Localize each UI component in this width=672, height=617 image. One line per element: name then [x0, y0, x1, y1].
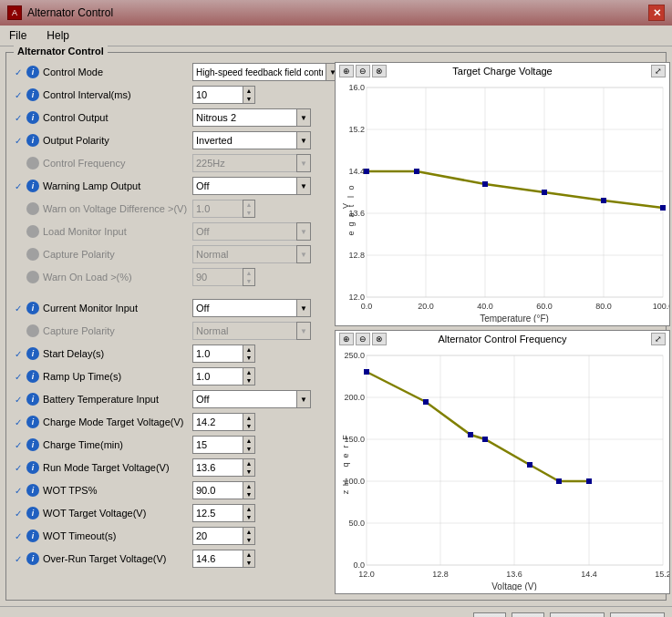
input-charge-time[interactable] — [192, 436, 243, 454]
spinner-down-run-mode-voltage[interactable]: ▼ — [243, 468, 254, 476]
burn-button[interactable]: Burn — [550, 612, 605, 617]
spinner-up-charge-time[interactable]: ▲ — [243, 437, 254, 445]
spinner-wot-timeout[interactable]: ▲ ▼ — [243, 527, 255, 545]
info-icon-output-polarity[interactable]: i — [26, 134, 39, 147]
input-wot-target-voltage[interactable] — [192, 504, 243, 522]
info-icon-wot-timeout[interactable]: i — [26, 530, 39, 542]
chart2-expand[interactable]: ⤢ — [651, 333, 666, 345]
spinner-charge-mode-voltage[interactable]: ▲ ▼ — [243, 413, 255, 431]
input-control-output[interactable] — [192, 108, 296, 127]
spinner-down-wot-tps[interactable]: ▼ — [243, 490, 254, 499]
check-icon-capture-polarity-2 — [12, 324, 25, 337]
spinner-up-run-mode-voltage[interactable]: ▲ — [243, 459, 254, 468]
dropdown-btn-current-monitor-input[interactable]: ▼ — [296, 299, 311, 317]
spinner-run-mode-voltage[interactable]: ▲ ▼ — [243, 458, 255, 477]
spinner-up-wot-target-voltage[interactable]: ▲ — [243, 505, 254, 513]
spinner-down-charge-time[interactable]: ▼ — [243, 445, 254, 453]
dropdown-btn-output-polarity[interactable]: ▼ — [296, 131, 311, 149]
spinner-down-charge-mode-voltage[interactable]: ▼ — [243, 422, 254, 430]
spinner-wot-tps[interactable]: ▲ ▼ — [243, 481, 255, 499]
info-icon-control-interval[interactable]: i — [26, 88, 39, 101]
spinner-down-ramp-up-time[interactable]: ▼ — [243, 376, 254, 385]
info-icon-start-delay[interactable]: i — [26, 347, 39, 360]
dropdown-btn-battery-temp-input[interactable]: ▼ — [296, 390, 311, 408]
chart1-btn1[interactable]: ⊕ — [339, 65, 354, 77]
chart2-btn2[interactable]: ⊖ — [356, 333, 370, 345]
spinner-down-wot-target-voltage[interactable]: ▼ — [243, 513, 254, 521]
chart2-btn1[interactable]: ⊕ — [339, 333, 354, 345]
chart1-expand[interactable]: ⤢ — [651, 65, 666, 77]
info-icon-control-mode[interactable]: i — [26, 66, 39, 78]
info-icon-run-mode-voltage[interactable]: i — [26, 461, 39, 474]
redo-button[interactable]: ↪ — [512, 612, 544, 617]
input-wot-timeout[interactable] — [192, 527, 243, 545]
info-icon-charge-time[interactable]: i — [26, 438, 39, 451]
spinner-up-wot-tps[interactable]: ▲ — [243, 482, 254, 490]
spinner-up-control-interval[interactable]: ▲ — [243, 87, 254, 95]
input-overrun-voltage[interactable] — [192, 550, 243, 568]
input-current-monitor-input[interactable] — [192, 299, 296, 317]
spinner-control-interval[interactable]: ▲ ▼ — [243, 86, 255, 104]
input-start-delay[interactable] — [192, 344, 243, 363]
input-charge-mode-voltage[interactable] — [192, 413, 243, 431]
check-icon-wot-target-voltage: ✓ — [12, 507, 25, 519]
close-button-bottom[interactable]: Close — [610, 612, 665, 617]
spinner-down-start-delay[interactable]: ▼ — [243, 354, 254, 362]
dropdown-btn-warning-lamp[interactable]: ▼ — [296, 177, 311, 195]
svg-rect-70 — [556, 478, 562, 484]
menu-help[interactable]: Help — [41, 27, 75, 44]
spinner-up-ramp-up-time[interactable]: ▲ — [243, 368, 254, 376]
label-output-polarity: Output Polarity — [43, 135, 189, 146]
svg-text:100.0: 100.0 — [653, 302, 669, 311]
input-control-mode[interactable] — [192, 63, 326, 81]
spinner-up-charge-mode-voltage[interactable]: ▲ — [243, 414, 254, 422]
input-run-mode-voltage[interactable] — [192, 458, 243, 477]
info-icon-warning-lamp[interactable]: i — [26, 180, 39, 192]
label-warn-on-load: Warn On Load >(%) — [43, 272, 189, 283]
row-capture-polarity-2: Capture Polarity ▼ — [12, 321, 331, 341]
info-icon-overrun-voltage[interactable]: i — [26, 552, 39, 565]
info-icon-control-output[interactable]: i — [26, 111, 39, 124]
menu-file[interactable]: File — [4, 27, 32, 44]
chart2-btn3[interactable]: ⊗ — [372, 333, 387, 345]
info-icon-battery-temp-input[interactable]: i — [26, 393, 39, 406]
spinner-up-start-delay[interactable]: ▲ — [243, 345, 254, 354]
undo-button[interactable]: ↩ — [473, 612, 506, 617]
info-icon-wot-tps[interactable]: i — [26, 484, 39, 497]
info-icon-ramp-up-time[interactable]: i — [26, 370, 39, 383]
info-icon-current-monitor-input[interactable]: i — [26, 302, 39, 314]
spinner-ramp-up-time[interactable]: ▲ ▼ — [243, 367, 255, 386]
spinner-down-warn-on-load: ▼ — [243, 277, 254, 285]
input-capture-polarity-2 — [192, 322, 296, 340]
chart1-btn3[interactable]: ⊗ — [372, 65, 387, 77]
svg-rect-67 — [468, 432, 473, 437]
input-ramp-up-time[interactable] — [192, 367, 243, 386]
info-icon-charge-mode-voltage[interactable]: i — [26, 416, 39, 428]
label-current-monitor-input: Current Monitor Input — [43, 303, 189, 314]
spinner-up-overrun-voltage[interactable]: ▲ — [243, 550, 254, 559]
input-wot-tps[interactable] — [192, 481, 243, 499]
spinner-down-control-interval[interactable]: ▼ — [243, 95, 254, 103]
info-icon-wot-target-voltage[interactable]: i — [26, 507, 39, 519]
title-bar: A Alternator Control ✕ — [0, 0, 672, 26]
input-control-interval[interactable] — [192, 86, 243, 104]
spinner-charge-time[interactable]: ▲ ▼ — [243, 436, 255, 454]
spinner-up-wot-timeout[interactable]: ▲ — [243, 528, 254, 536]
check-icon-wot-timeout: ✓ — [12, 530, 25, 542]
dropdown-btn-control-output[interactable]: ▼ — [296, 108, 311, 127]
spinner-down-wot-timeout[interactable]: ▼ — [243, 536, 254, 544]
input-output-polarity[interactable] — [192, 131, 296, 149]
svg-text:40.0: 40.0 — [477, 302, 493, 311]
close-button[interactable]: ✕ — [648, 5, 665, 21]
chart1-btn2[interactable]: ⊖ — [356, 65, 370, 77]
check-icon-charge-time: ✓ — [12, 438, 25, 451]
svg-text:l: l — [346, 196, 356, 198]
spinner-wot-target-voltage[interactable]: ▲ ▼ — [243, 504, 255, 522]
spinner-start-delay[interactable]: ▲ ▼ — [243, 344, 255, 363]
input-control-frequency — [192, 154, 296, 172]
spinner-overrun-voltage[interactable]: ▲ ▼ — [243, 550, 255, 568]
input-warning-lamp[interactable] — [192, 177, 296, 195]
svg-rect-43 — [367, 355, 663, 565]
spinner-down-overrun-voltage[interactable]: ▼ — [243, 559, 254, 567]
input-battery-temp-input[interactable] — [192, 390, 296, 408]
